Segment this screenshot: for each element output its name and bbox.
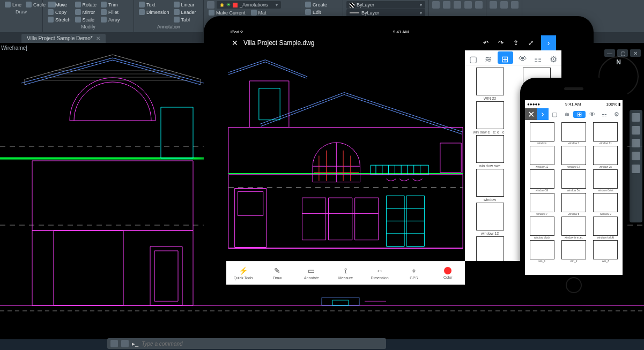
util-icon-1[interactable] [432,1,440,9]
svg-rect-21 [249,81,289,127]
nav-showmotion-icon[interactable] [632,165,640,173]
util-icon-4[interactable] [464,1,472,9]
anno-table[interactable]: Tabl [172,16,198,23]
make-current[interactable]: Make Current [207,9,247,16]
side-sliders-icon[interactable]: ⚏ [530,50,545,65]
linetype-combo[interactable]: ByLayer [346,9,425,17]
modify-stretch[interactable]: Stretch [46,16,72,23]
block-item[interactable]: window 5st [558,169,589,192]
ipad-bottom-color[interactable]: Color [431,262,465,285]
ipad-close-icon[interactable]: ✕ [232,39,238,47]
block-item[interactable]: win_3 [590,240,621,263]
ipad-drawing-canvas[interactable] [226,50,465,261]
iphone-home-button[interactable] [566,277,582,293]
block-item[interactable]: window block [527,217,557,239]
util-icon-7[interactable] [500,1,508,9]
block-edit[interactable]: Edit [304,9,339,16]
block-item[interactable]: window 12 [467,203,513,235]
modify-copy[interactable]: Copy [46,9,72,16]
iphone-settings-icon[interactable]: ⚙ [610,110,623,119]
ipad-bottom-gps[interactable]: ⌖GPS [397,262,431,285]
ipad-expand-icon[interactable]: ⤢ [526,38,536,48]
ipad-bottom-quick-tools[interactable]: ⚡Quick Tools [226,262,261,285]
block-item[interactable]: window 5ft [527,169,557,192]
block-item[interactable]: window [467,169,513,202]
minimize-viewport[interactable]: — [604,49,615,57]
modify-mirror[interactable]: Mirror [73,9,99,16]
side-settings-icon[interactable]: ⚙ [546,50,561,65]
iphone-close-icon[interactable]: ✕ [525,108,537,120]
iphone-block-grid[interactable]: windowwindow 1window 11window 12window 1… [525,121,623,275]
edit-layers[interactable]: Mat [249,9,268,16]
block-item[interactable]: window ie e_e_ [558,217,589,239]
close-viewport[interactable]: ✕ [630,49,641,57]
block-item[interactable]: window 1 [558,122,589,145]
color-combo[interactable]: ByLayer [346,1,425,9]
command-line[interactable]: ▸_ [107,338,386,349]
block-item[interactable]: window [527,122,557,145]
layer-combo[interactable]: ◉☀ _Annotations [217,1,281,9]
block-item[interactable]: window 25 [590,146,621,168]
layer-props-icon[interactable] [207,1,214,9]
modify-trim[interactable]: Trim [99,1,122,8]
side-screen-icon[interactable]: ▢ [465,50,480,65]
anno-linear[interactable]: Linear [172,1,198,8]
nav-orbit-icon[interactable] [632,152,640,160]
tab-close-icon[interactable]: ✕ [96,35,100,41]
block-item[interactable]: window rbsklkl [590,217,621,239]
block-item[interactable]: window 7 [527,193,557,215]
ipad-redo-icon[interactable]: ↷ [496,38,506,48]
anno-dimension[interactable]: Dimension [137,9,171,16]
block-item[interactable]: win dow swe [467,135,513,168]
block-item[interactable]: WIN 22 [467,68,513,100]
block-item[interactable]: window 6stst [590,169,621,192]
util-icon-6[interactable] [490,1,497,9]
command-input[interactable] [142,341,383,347]
iphone-layers-icon[interactable]: ≋ [561,110,573,119]
nav-zoom-icon[interactable] [632,139,640,147]
ipad-undo-icon[interactable]: ↶ [481,38,491,48]
ipad-share-icon[interactable]: ⇪ [511,38,521,48]
block-item[interactable]: window 11 [590,122,621,145]
block-create[interactable]: Create [304,1,339,8]
util-icon-5[interactable] [475,1,483,9]
ipad-bottom-annotate[interactable]: ▭Annotate [294,262,329,285]
side-blocks-icon[interactable]: ⊞ [498,51,513,64]
block-item[interactable]: window 17 [558,146,589,168]
modify-array[interactable]: Array [99,16,122,23]
ipad-bottom-measure[interactable]: ⟟Measure [329,262,363,285]
restore-viewport[interactable]: ▢ [617,49,628,57]
block-item[interactable]: win dow e _e: e _e_ [467,101,513,134]
side-visibility-icon[interactable]: 👁 [514,50,530,65]
side-layers-icon[interactable]: ≋ [480,50,496,65]
ipad-panel-toggle[interactable]: › [541,35,556,50]
modify-move[interactable]: Move [46,1,72,8]
document-tab[interactable]: Villa Project Sample Demo* ✕ [21,34,106,43]
block-item[interactable]: window 8 [558,193,589,215]
block-item[interactable]: win_1 [527,240,557,263]
iphone-sliders-icon[interactable]: ⚏ [598,110,611,119]
ipad-bottom-dimension[interactable]: ↔Dimension [362,262,397,285]
modify-rotate[interactable]: Rotate [73,1,99,8]
block-item[interactable]: window 9 [590,193,621,215]
iphone-blocks-icon[interactable]: ⊞ [573,111,586,118]
util-icon-8[interactable] [511,1,519,9]
ipad-bottom-draw[interactable]: ✎Draw [261,262,295,285]
block-item[interactable]: window 5ft [467,236,513,261]
cmd-history-icon[interactable] [110,340,118,347]
iphone-screen-icon[interactable]: ▢ [549,110,561,119]
util-icon-2[interactable] [443,1,450,9]
draw-line[interactable]: Line [3,1,23,8]
block-item[interactable]: win_2 [558,240,589,263]
block-item[interactable]: window 12 [527,146,557,168]
modify-scale[interactable]: Scale [73,16,99,23]
iphone-panel-toggle[interactable]: › [537,108,549,120]
nav-wheel-icon[interactable] [632,113,640,122]
modify-fillet[interactable]: Fillet [99,9,122,16]
iphone-visibility-icon[interactable]: 👁 [586,110,598,119]
anno-leader[interactable]: Leader [172,9,198,16]
viewport-style-label[interactable]: Wireframe] [1,45,27,51]
util-icon-3[interactable] [454,1,461,9]
anno-text[interactable]: Text [137,1,171,8]
nav-pan-icon[interactable] [632,126,640,135]
